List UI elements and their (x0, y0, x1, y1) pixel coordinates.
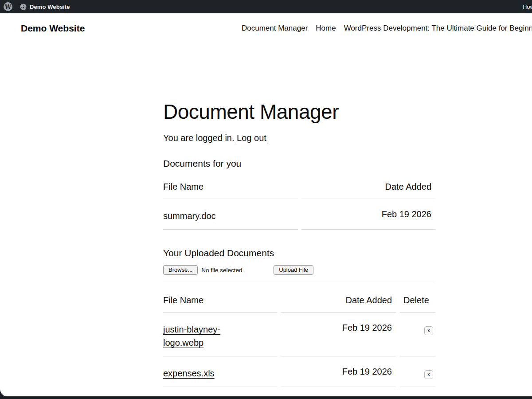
shared-docs-heading: Documents for you (163, 158, 435, 169)
table-row-file-cell: summary.doc (163, 199, 298, 230)
footer-top-edge (0, 396, 532, 399)
column-header-file-name: File Name (163, 182, 298, 199)
file-input-status: No file selected. (201, 267, 244, 274)
table-row-file-cell: expenses.xls (163, 356, 277, 387)
nav-item-home[interactable]: Home (316, 24, 336, 33)
logout-link[interactable]: Log out (237, 133, 266, 143)
column-header-date-added: Date Added (301, 182, 435, 199)
footer-decorative-shape (0, 390, 6, 397)
uploaded-docs-table: File Name Date Added Delete justin-blayn… (163, 295, 435, 387)
upload-form: Browse... No file selected. Upload File (163, 265, 435, 275)
page-title: Document Manager (163, 100, 435, 124)
admin-bar-site-name: Demo Website (30, 4, 70, 10)
admin-bar-site-menu[interactable]: Demo Website (20, 4, 70, 10)
nav-item-wordpress-guide[interactable]: WordPress Development: The Ultimate Guid… (344, 24, 532, 33)
primary-nav: Document Manager Home WordPress Developm… (242, 24, 532, 33)
file-link-summary-doc[interactable]: summary.doc (163, 209, 216, 223)
table-row-delete-cell: x (400, 313, 435, 356)
column-header-delete: Delete (400, 295, 435, 313)
site-header: Demo Website Document Manager Home WordP… (0, 13, 532, 43)
table-row-file-cell: justin-blayney-logo.webp (163, 313, 277, 356)
column-header-file-name: File Name (163, 295, 277, 313)
login-status-text: You are logged in. (163, 133, 235, 143)
wp-admin-bar: W Demo Website How (0, 0, 532, 13)
table-row-date-cell: Feb 19 2026 (281, 313, 396, 356)
upload-file-button[interactable]: Upload File (274, 265, 313, 275)
table-row-date-cell: Feb 19 2026 (301, 199, 435, 230)
wordpress-logo-icon[interactable]: W (4, 2, 12, 11)
nav-item-document-manager[interactable]: Document Manager (242, 24, 308, 33)
uploads-heading: Your Uploaded Documents (163, 248, 435, 258)
table-row-date-cell: Feb 19 2026 (281, 356, 396, 387)
login-status-line: You are logged in. Log out (163, 133, 435, 143)
main-content: Document Manager You are logged in. Log … (163, 100, 435, 387)
section-divider (163, 283, 435, 283)
column-header-date-added: Date Added (281, 295, 396, 313)
file-link-justin-blayney-logo[interactable]: justin-blayney-logo.webp (163, 323, 236, 349)
delete-file-button[interactable]: x (424, 326, 433, 335)
table-row-delete-cell: x (400, 356, 435, 387)
dashboard-gauge-icon (20, 4, 27, 10)
delete-file-button[interactable]: x (424, 370, 433, 379)
file-link-expenses-xls[interactable]: expenses.xls (163, 367, 215, 380)
shared-docs-table: File Name Date Added summary.doc Feb 19 … (163, 182, 435, 230)
admin-bar-howdy[interactable]: How (523, 4, 532, 10)
site-title[interactable]: Demo Website (21, 23, 85, 34)
browse-button[interactable]: Browse... (163, 265, 198, 275)
